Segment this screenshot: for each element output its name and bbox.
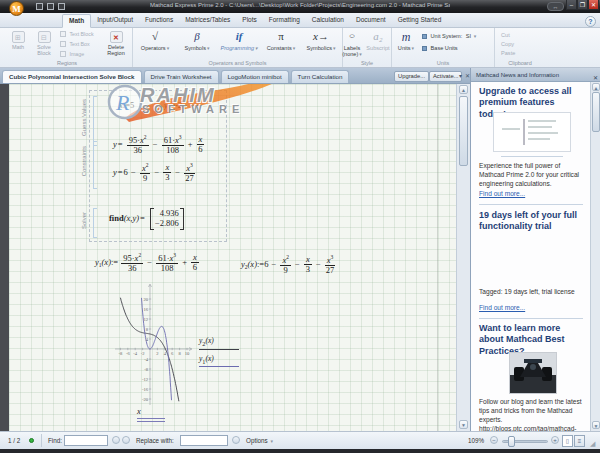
plot-legend[interactable]: y2(x) y1(x): [199, 336, 239, 371]
tab-plots[interactable]: Plots: [236, 14, 262, 28]
promo-math-image: [493, 112, 571, 152]
doc-tab-turn-calculation[interactable]: Turn Calculation: [291, 70, 350, 83]
doc-tab-cubic-polynomial[interactable]: Cubic Polynomial Intersection Solve Bloc…: [2, 70, 142, 83]
resize-grip[interactable]: ◢: [590, 440, 598, 448]
symbols-menu[interactable]: β Symbols▾: [177, 30, 217, 51]
zoom-slider-thumb[interactable]: [508, 436, 515, 447]
maximize-button[interactable]: ❐: [577, 0, 588, 10]
tab-functions[interactable]: Functions: [139, 14, 179, 28]
paste-button[interactable]: Paste: [501, 50, 545, 56]
news-sidebar: Mathcad News and Information ✕ Upgrade t…: [470, 68, 600, 431]
svg-text:16: 16: [143, 307, 148, 312]
tab-calculation[interactable]: Calculation: [306, 14, 350, 28]
cut-button[interactable]: Cut: [501, 32, 545, 38]
unit-system-select[interactable]: Unit System: SI ▾: [422, 33, 490, 39]
left-panel-strip: [0, 84, 9, 431]
page-view-button[interactable]: ▯: [562, 435, 573, 447]
copy-button[interactable]: Copy: [501, 41, 545, 47]
find-next-icon[interactable]: [122, 436, 130, 444]
legend-entry-y1: y1(x): [199, 354, 239, 368]
app-menu-orb[interactable]: M: [9, 1, 24, 16]
find-result[interactable]: find(x,y)= 4.936−2.806: [109, 208, 184, 230]
definition-y1[interactable]: y1(x):= 95·x236 − 61·x3108 + x6: [95, 252, 200, 274]
find-input[interactable]: [64, 435, 108, 446]
status-bar: 1 / 2 Find: Replace with: Options ▾ 109%…: [0, 431, 600, 449]
subscript-button[interactable]: a₂ Subscript: [363, 30, 393, 51]
open-file-icon[interactable]: [47, 3, 54, 10]
tab-getting-started[interactable]: Getting Started: [392, 14, 448, 28]
replace-icon[interactable]: [232, 436, 240, 444]
window-frame: [0, 449, 600, 453]
text-block-button[interactable]: Text Block: [60, 31, 100, 40]
programming-menu[interactable]: if Programming▾: [219, 30, 259, 51]
definition-y2[interactable]: y2(x):=6 − x29 − x3 − x327: [241, 254, 336, 276]
tab-math[interactable]: Math: [62, 14, 91, 28]
image-button[interactable]: Image: [60, 51, 100, 60]
constraint-equation-1[interactable]: y= 95·x236 − 61·x3108 + x6: [113, 134, 205, 156]
solver-bracket: [93, 208, 97, 238]
scroll-down-icon[interactable]: ▼: [459, 420, 468, 429]
text-box-button[interactable]: Text Box: [60, 41, 100, 50]
svg-text:20: 20: [143, 297, 148, 302]
doc-tab-logomotion[interactable]: LogoMotion minibot: [221, 70, 289, 83]
minimize-button[interactable]: –: [566, 0, 577, 10]
subscript-icon: a₂: [363, 30, 393, 45]
units-icon: m: [392, 30, 420, 45]
programming-icon: if: [219, 30, 259, 45]
replace-input[interactable]: [180, 435, 228, 446]
delete-region-button[interactable]: ✕ Delete Region: [104, 30, 128, 58]
xy-plot[interactable]: -8-6-4-224681020161284-4-8-12-16-20: [109, 282, 269, 412]
units-menu[interactable]: m Units▾: [392, 30, 420, 51]
tab-list-dropdown-icon[interactable]: ▾: [459, 72, 462, 79]
doc-tab-drive-train[interactable]: Drive Train Worksheet: [144, 70, 219, 83]
toggle-ribbon-button[interactable]: ↔: [547, 2, 564, 11]
replace-label: Replace with:: [136, 437, 174, 444]
find-out-more-link-2[interactable]: Find out more...: [479, 304, 525, 311]
group-operators-symbols: √ Operators▾ β Symbols▾ if Programming▾ …: [133, 28, 343, 67]
text-block-icon: [60, 31, 66, 37]
svg-text:8: 8: [146, 327, 149, 332]
svg-text:6: 6: [171, 351, 174, 356]
save-icon[interactable]: [58, 3, 65, 10]
page-indicator: 1 / 2: [8, 437, 20, 444]
guess-values-label: Guess Values: [81, 99, 87, 136]
find-previous-icon[interactable]: [112, 436, 120, 444]
unit-system-icon: [422, 34, 427, 39]
scroll-down-icon[interactable]: ▼: [592, 421, 600, 429]
legend-line-y2: [199, 349, 239, 350]
zoom-out-icon[interactable]: −: [490, 436, 498, 444]
tab-input-output[interactable]: Input/Output: [91, 14, 139, 28]
new-file-icon[interactable]: [36, 3, 43, 10]
svg-text:2: 2: [156, 351, 159, 356]
tab-formatting[interactable]: Formatting: [263, 14, 306, 28]
close-button[interactable]: ✕: [588, 0, 599, 10]
scrollbar-thumb[interactable]: [459, 96, 468, 166]
operators-menu[interactable]: √ Operators▾: [135, 30, 175, 51]
base-units-button[interactable]: Base Units: [422, 45, 490, 51]
constants-menu[interactable]: π Constants▾: [261, 30, 301, 51]
sidebar-heading-trial: 19 days left of your full functionality …: [479, 210, 583, 233]
activate-button[interactable]: Activate...: [429, 71, 462, 82]
worksheet-canvas[interactable]: Guess Values Constraints Solver x:=5 y:=…: [9, 84, 456, 431]
scroll-up-icon[interactable]: ▲: [592, 83, 600, 91]
constraint-equation-2[interactable]: y=6 − x29 − x3 − x327: [113, 162, 196, 184]
plot-x-axis-label[interactable]: x: [137, 406, 165, 422]
upgrade-button[interactable]: Upgrade...: [394, 71, 429, 82]
math-region-button[interactable]: ⊞ Math: [6, 30, 30, 58]
scroll-up-icon[interactable]: ▲: [459, 85, 468, 94]
sidebar-scrollbar[interactable]: ▲ ▼: [590, 82, 600, 431]
tab-document[interactable]: Document: [350, 14, 392, 28]
solve-block-button[interactable]: ⊟ Solve Block: [32, 30, 56, 58]
worksheet-scrollbar[interactable]: ▲ ▼: [456, 84, 470, 431]
zoom-in-icon[interactable]: +: [551, 436, 559, 444]
draft-view-button[interactable]: ≡: [574, 435, 585, 447]
math-region-icon: ⊞: [12, 31, 25, 43]
tab-matrices-tables[interactable]: Matrices/Tables: [179, 14, 236, 28]
find-out-more-link-1[interactable]: Find out more...: [479, 190, 525, 197]
constants-icon: π: [261, 30, 301, 45]
help-button[interactable]: ?: [585, 16, 596, 27]
options-menu[interactable]: Options ▾: [246, 437, 273, 444]
guess-value-x[interactable]: x:=5: [119, 100, 134, 110]
scrollbar-thumb[interactable]: [592, 92, 600, 132]
zoom-level: 109%: [468, 437, 484, 444]
